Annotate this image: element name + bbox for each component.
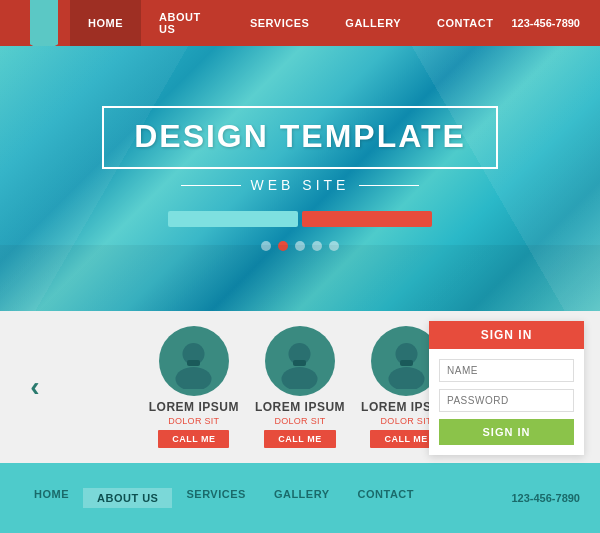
hero-line-left [181,185,241,186]
nav-about[interactable]: ABOUT US [141,0,232,46]
member-sub-2: DOLOR SIT [274,416,325,426]
hero-dot-4[interactable] [312,241,322,251]
signin-password-input[interactable] [439,389,574,412]
svg-point-7 [388,367,424,389]
team-member-1: LOREM IPSUM DOLOR SIT CALL ME [149,326,239,448]
signin-name-input[interactable] [439,359,574,382]
call-btn-2[interactable]: CALL ME [264,430,335,448]
footer-nav-services[interactable]: SERVICES [172,488,259,508]
hero-title: DESIGN TEMPLATE [134,118,466,155]
avatar-2 [265,326,335,396]
footer-nav-about[interactable]: ABOUT US [83,488,172,508]
member-sub-3: DOLOR SIT [381,416,432,426]
footer-nav-contact[interactable]: CONTACT [344,488,428,508]
carousel-prev-button[interactable]: ‹ [20,373,50,401]
member-name-1: LOREM IPSUM [149,400,239,414]
svg-rect-8 [400,360,413,366]
avatar-1 [159,326,229,396]
svg-point-1 [176,367,212,389]
hero-dot-2[interactable] [278,241,288,251]
footer-phone: 123-456-7890 [511,492,580,504]
hero-bar-red [302,211,432,227]
signin-header: SIGN IN [429,321,584,349]
hero-title-box: DESIGN TEMPLATE [102,106,498,169]
signin-card: SIGN IN SIGN IN [429,321,584,455]
svg-rect-5 [293,360,306,366]
signin-body: SIGN IN [429,349,584,455]
top-nav: HOME ABOUT US SERVICES GALLERY CONTACT 1… [0,0,600,46]
hero-dots [261,241,339,251]
svg-rect-2 [187,360,200,366]
hero-bars [168,211,432,227]
nav-phone: 123-456-7890 [511,17,580,29]
signin-submit-button[interactable]: SIGN IN [439,419,574,445]
svg-point-4 [282,367,318,389]
avatar-icon-3 [379,334,434,389]
footer-nav-gallery[interactable]: GALLERY [260,488,344,508]
footer-nav: HOME ABOUT US SERVICES GALLERY CONTACT 1… [0,463,600,533]
nav-services[interactable]: SERVICES [232,0,327,46]
nav-home[interactable]: HOME [70,0,141,46]
hero-dot-1[interactable] [261,241,271,251]
avatar-icon-1 [166,334,221,389]
hero-subtitle: WEB SITE [251,177,350,193]
hero-dot-5[interactable] [329,241,339,251]
hero-section: DESIGN TEMPLATE WEB SITE [0,46,600,311]
nav-gallery[interactable]: GALLERY [327,0,419,46]
team-section: ‹ LOREM IPSUM DOLOR SIT CALL ME [0,311,600,463]
hero-dot-3[interactable] [295,241,305,251]
member-name-2: LOREM IPSUM [255,400,345,414]
ribbon-decoration [30,0,58,52]
footer-links: HOME ABOUT US SERVICES GALLERY CONTACT [20,488,511,508]
team-member-2: LOREM IPSUM DOLOR SIT CALL ME [255,326,345,448]
nav-contact[interactable]: CONTACT [419,0,511,46]
member-sub-1: DOLOR SIT [168,416,219,426]
avatar-icon-2 [272,334,327,389]
nav-links: HOME ABOUT US SERVICES GALLERY CONTACT [70,0,511,46]
hero-line-right [359,185,419,186]
call-btn-1[interactable]: CALL ME [158,430,229,448]
hero-subtitle-row: WEB SITE [181,177,420,193]
footer-nav-home[interactable]: HOME [20,488,83,508]
hero-bar-blue [168,211,298,227]
